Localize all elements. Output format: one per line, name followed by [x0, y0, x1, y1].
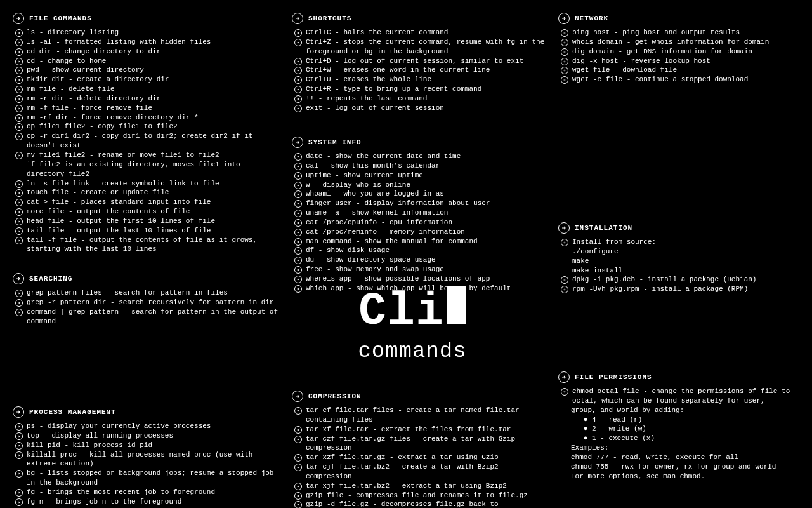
command-text: whois domain - get whois information for…	[572, 37, 799, 47]
command-text: whereis app - show possible locations of…	[306, 274, 546, 284]
item-bullet-icon	[561, 239, 568, 246]
command-text: uname -a - show kernel information	[306, 208, 546, 218]
command-text: ps - display your currently active proce…	[27, 422, 279, 431]
command-text: tar xjf file.tar.bz2 - extract a tar usi…	[306, 481, 546, 491]
command-item: cp file1 file2 - copy file1 to file2	[15, 122, 279, 131]
command-item: Install from source: ./configure make ma…	[561, 237, 799, 275]
item-bullet-icon	[15, 442, 23, 450]
item-bullet-icon	[15, 470, 23, 478]
command-item: Ctrl+C - halts the current command	[294, 28, 546, 37]
section-extra: group, and world by adding: ● 4 - read (…	[571, 406, 799, 481]
command-item: rm -r dir - delete directory dir	[15, 94, 279, 104]
command-text: w - display who is online	[306, 180, 546, 190]
section-header: FILE PERMISSIONS	[558, 371, 799, 383]
section-installation: INSTALLATIONInstall from source: ./confi…	[558, 222, 799, 294]
section-items: Ctrl+C - halts the current commandCtrl+Z…	[292, 28, 546, 113]
item-bullet-icon	[561, 48, 568, 56]
command-item: dig -x host - reverse lookup host	[561, 57, 799, 66]
command-item: !! - repeats the last command	[294, 94, 546, 104]
item-bullet-icon	[294, 285, 302, 293]
command-text: finger user - display information about …	[306, 199, 546, 208]
item-bullet-icon	[15, 29, 23, 37]
section-file-permissions: FILE PERMISSIONSchmod octal file - chang…	[558, 371, 799, 481]
extra-line: Examples:	[571, 443, 799, 453]
item-bullet-icon	[294, 483, 302, 490]
item-bullet-icon	[15, 152, 23, 159]
item-bullet-icon	[15, 299, 23, 307]
item-bullet-icon	[294, 219, 302, 227]
command-item: cd dir - change directory to dir	[15, 47, 279, 57]
section-system-info: SYSTEM INFOdate - show the current date …	[292, 137, 546, 293]
command-text: Ctrl+Z - stops the current command, resu…	[306, 37, 546, 57]
section-items: ps - display your currently active proce…	[13, 422, 279, 507]
section-arrow-icon	[292, 391, 303, 402]
extra-line: For more options, see man chmod.	[571, 472, 799, 481]
extra-line: ● 4 - read (r)	[571, 415, 799, 425]
section-header: FILE COMMANDS	[13, 13, 279, 24]
command-item: tar xjf file.tar.bz2 - extract a tar usi…	[294, 481, 546, 491]
item-bullet-icon	[294, 407, 302, 415]
item-bullet-icon	[15, 105, 23, 112]
command-text: Install from source: ./configure make ma…	[572, 237, 799, 275]
item-bullet-icon	[15, 39, 23, 46]
item-bullet-icon	[15, 227, 23, 235]
item-bullet-icon	[15, 451, 23, 459]
section-arrow-icon	[13, 273, 24, 284]
section-arrow-icon	[292, 13, 303, 24]
command-text: Ctrl+C - halts the current command	[306, 28, 546, 37]
command-text: gzip -d file.gz - decompresses file.gz b…	[306, 500, 546, 508]
command-item: tail file - output the last 10 lines of …	[15, 226, 279, 236]
command-text: free - show memory and swap usage	[306, 265, 546, 274]
command-item: bg - lists stopped or background jobs; r…	[15, 469, 279, 488]
item-bullet-icon	[15, 189, 23, 197]
item-bullet-icon	[294, 39, 302, 46]
command-item: free - show memory and swap usage	[294, 265, 546, 274]
command-text: df - show disk usage	[306, 246, 546, 255]
command-text: more file - output the contents of file	[27, 207, 279, 217]
command-item: rpm -Uvh pkg.rpm - install a package (RP…	[561, 284, 799, 294]
command-item: chmod octal file - change the permission…	[561, 387, 799, 406]
section-items: date - show the current date and timecal…	[292, 152, 546, 293]
section-items: ping host - ping host and output results…	[558, 28, 799, 84]
item-bullet-icon	[15, 218, 23, 225]
command-item: Ctrl+Z - stops the current command, resu…	[294, 37, 546, 57]
command-text: cat /proc/meminfo - memory information	[306, 227, 546, 237]
section-title: NETWORK	[575, 14, 608, 23]
command-item: cal - show this month's calendar	[294, 161, 546, 171]
item-bullet-icon	[15, 208, 23, 216]
section-arrow-icon	[292, 137, 303, 148]
command-text: cd - change to home	[27, 57, 279, 66]
command-text: ls - directory listing	[27, 28, 279, 37]
command-item: Ctrl+R - type to bring up a recent comma…	[294, 84, 546, 94]
command-text: tar cjf file.tar.bz2 - create a tar with…	[306, 462, 546, 481]
extra-line: group, and world by adding:	[571, 406, 799, 415]
command-text: cal - show this month's calendar	[306, 161, 546, 171]
command-text: tar cf file.tar files - create a tar nam…	[306, 406, 546, 425]
command-item: fg - brings the most recent job to foreg…	[15, 488, 279, 497]
command-text: rm -f file - force remove file	[27, 104, 279, 113]
section-arrow-icon	[558, 13, 570, 24]
command-item: dig domain - get DNS information for dom…	[561, 47, 799, 57]
logo: Cli commands	[292, 286, 533, 366]
section-items: tar cf file.tar files - create a tar nam…	[292, 406, 546, 508]
section-header: SHORTCUTS	[292, 13, 546, 24]
command-item: ls - directory listing	[15, 28, 279, 37]
section-items: ls - directory listingls -al - formatted…	[13, 28, 279, 254]
command-item: du - show directory space usage	[294, 255, 546, 265]
item-bullet-icon	[294, 229, 302, 236]
section-items: chmod octal file - change the permission…	[558, 387, 799, 406]
command-item: cp -r dir1 dir2 - copy dir1 to dir2; cre…	[15, 131, 279, 150]
command-item: w - display who is online	[294, 180, 546, 190]
section-process-management: PROCESS MANAGEMENTps - display your curr…	[13, 406, 279, 507]
item-bullet-icon	[294, 501, 302, 508]
command-item: Ctrl+D - log out of current session, sim…	[294, 57, 546, 66]
command-text: ls -al - formatted listing with hidden f…	[27, 37, 279, 47]
command-item: killall proc - kill all processes named …	[15, 450, 279, 469]
command-item: fg n - brings job n to the foreground	[15, 497, 279, 507]
section-title: INSTALLATION	[575, 224, 632, 233]
command-item: df - show disk usage	[294, 246, 546, 255]
command-text: touch file - create or update file	[27, 188, 279, 197]
command-text: cp file1 file2 - copy file1 to file2	[27, 122, 279, 131]
item-bullet-icon	[15, 133, 23, 140]
command-item: ls -al - formatted listing with hidden f…	[15, 37, 279, 47]
